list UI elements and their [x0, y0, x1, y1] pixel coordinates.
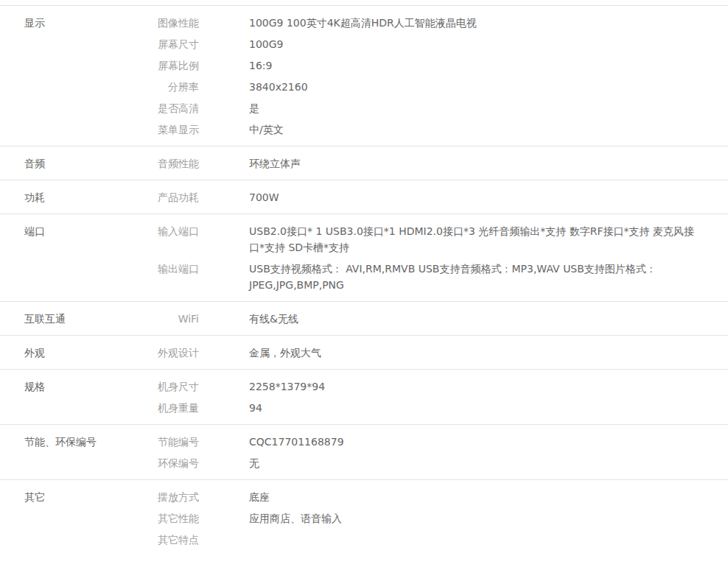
- section-rows: 外观设计 金属，外观大气: [125, 345, 728, 361]
- section-rows: WiFi 有线&无线: [125, 311, 728, 327]
- section-category: 功耗: [0, 189, 125, 205]
- spec-row: 菜单显示 中/英文: [125, 121, 728, 138]
- spec-label: 节能编号: [125, 434, 199, 450]
- spec-value: USB支持视频格式： AVI,RM,RMVB USB支持音频格式：MP3,WAV…: [249, 261, 700, 293]
- section-category: 外观: [0, 345, 125, 361]
- spec-row: 是否高清 是: [125, 100, 728, 116]
- spec-value: 100G9 100英寸4K超高清HDR人工智能液晶电视: [249, 15, 700, 31]
- spec-section-audio: 音频 音频性能 环绕立体声: [0, 146, 728, 180]
- spec-value: 100G9: [249, 36, 700, 52]
- spec-row: 其它性能 应用商店、语音输入: [125, 510, 728, 526]
- section-category: 显示: [0, 15, 125, 31]
- spec-label: 分辨率: [125, 79, 199, 95]
- spec-label: 输出端口: [125, 261, 199, 277]
- spec-label: 菜单显示: [125, 121, 199, 138]
- section-category: 节能、环保编号: [0, 434, 125, 450]
- spec-row: 摆放方式 底座: [125, 489, 728, 505]
- spec-value: CQC17701168879: [249, 434, 700, 450]
- section-rows: 节能编号 CQC17701168879 环保编号 无: [125, 434, 728, 471]
- section-category: 端口: [0, 223, 125, 239]
- section-category: 规格: [0, 378, 125, 395]
- spec-row: 节能编号 CQC17701168879: [125, 434, 728, 450]
- spec-row: WiFi 有线&无线: [125, 311, 728, 327]
- spec-label: 机身重量: [125, 400, 199, 416]
- spec-label: 音频性能: [125, 155, 199, 172]
- spec-row: 机身重量 94: [125, 400, 728, 416]
- spec-label: 是否高清: [125, 100, 199, 116]
- spec-label: 其它性能: [125, 510, 199, 526]
- section-category: 其它: [0, 489, 125, 505]
- spec-value: 中/英文: [249, 121, 700, 138]
- spec-row: 分辨率 3840x2160: [125, 79, 728, 95]
- spec-value: 700W: [249, 189, 700, 205]
- section-rows: 输入端口 USB2.0接口* 1 USB3.0接口*1 HDMI2.0接口*3 …: [125, 223, 728, 293]
- spec-value: 94: [249, 400, 700, 416]
- section-rows: 产品功耗 700W: [125, 189, 728, 205]
- section-rows: 摆放方式 底座 其它性能 应用商店、语音输入 其它特点: [125, 489, 728, 548]
- spec-section-other: 其它 摆放方式 底座 其它性能 应用商店、语音输入 其它特点: [0, 479, 728, 556]
- spec-section-appearance: 外观 外观设计 金属，外观大气: [0, 335, 728, 369]
- product-spec-table: 显示 图像性能 100G9 100英寸4K超高清HDR人工智能液晶电视 屏幕尺寸…: [0, 0, 728, 556]
- section-rows: 图像性能 100G9 100英寸4K超高清HDR人工智能液晶电视 屏幕尺寸 10…: [125, 15, 728, 138]
- spec-label: 机身尺寸: [125, 378, 199, 395]
- spec-value: 底座: [249, 489, 700, 505]
- spec-value: 无: [249, 455, 700, 471]
- spec-row: 输出端口 USB支持视频格式： AVI,RM,RMVB USB支持音频格式：MP…: [125, 261, 728, 293]
- spec-label: 其它特点: [125, 532, 199, 548]
- spec-value: 是: [249, 100, 700, 116]
- spec-label: 图像性能: [125, 15, 199, 31]
- spec-label: WiFi: [125, 311, 199, 327]
- spec-section-display: 显示 图像性能 100G9 100英寸4K超高清HDR人工智能液晶电视 屏幕尺寸…: [0, 5, 728, 146]
- section-category: 互联互通: [0, 311, 125, 327]
- spec-row: 环保编号 无: [125, 455, 728, 471]
- spec-row: 输入端口 USB2.0接口* 1 USB3.0接口*1 HDMI2.0接口*3 …: [125, 223, 728, 255]
- spec-row: 音频性能 环绕立体声: [125, 155, 728, 172]
- spec-row: 机身尺寸 2258*1379*94: [125, 378, 728, 395]
- spec-value: 应用商店、语音输入: [249, 510, 700, 526]
- spec-section-power: 功耗 产品功耗 700W: [0, 180, 728, 214]
- spec-label: 外观设计: [125, 345, 199, 361]
- spec-row: 产品功耗 700W: [125, 189, 728, 205]
- spec-row: 其它特点: [125, 532, 728, 548]
- spec-row: 屏幕比例 16:9: [125, 57, 728, 74]
- spec-row: 外观设计 金属，外观大气: [125, 345, 728, 361]
- spec-value: 16:9: [249, 57, 700, 74]
- spec-label: 屏幕尺寸: [125, 36, 199, 52]
- spec-row: 图像性能 100G9 100英寸4K超高清HDR人工智能液晶电视: [125, 15, 728, 31]
- spec-value: 3840x2160: [249, 79, 700, 95]
- spec-section-connectivity: 互联互通 WiFi 有线&无线: [0, 301, 728, 335]
- spec-label: 产品功耗: [125, 189, 199, 205]
- spec-section-dimensions: 规格 机身尺寸 2258*1379*94 机身重量 94: [0, 369, 728, 424]
- spec-value: 金属，外观大气: [249, 345, 700, 361]
- spec-label: 摆放方式: [125, 489, 199, 505]
- spec-value: USB2.0接口* 1 USB3.0接口*1 HDMI2.0接口*3 光纤音频输…: [249, 223, 700, 255]
- spec-value: 环绕立体声: [249, 155, 700, 172]
- spec-value: 有线&无线: [249, 311, 700, 327]
- spec-value: 2258*1379*94: [249, 378, 700, 395]
- spec-section-ports: 端口 输入端口 USB2.0接口* 1 USB3.0接口*1 HDMI2.0接口…: [0, 214, 728, 301]
- spec-label: 环保编号: [125, 455, 199, 471]
- section-rows: 机身尺寸 2258*1379*94 机身重量 94: [125, 378, 728, 416]
- spec-section-certification: 节能、环保编号 节能编号 CQC17701168879 环保编号 无: [0, 424, 728, 479]
- section-category: 音频: [0, 155, 125, 172]
- section-rows: 音频性能 环绕立体声: [125, 155, 728, 172]
- spec-label: 屏幕比例: [125, 57, 199, 74]
- spec-row: 屏幕尺寸 100G9: [125, 36, 728, 52]
- spec-label: 输入端口: [125, 223, 199, 239]
